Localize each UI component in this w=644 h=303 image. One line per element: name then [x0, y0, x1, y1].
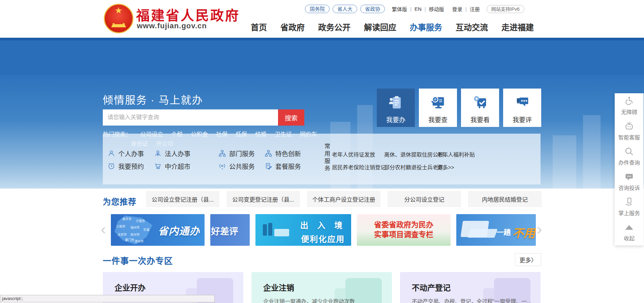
tile-i-want-to-do[interactable]: 我要办 — [377, 89, 415, 127]
emblem-gate-icon — [111, 22, 126, 27]
services-panel: 个人办事 法人办事 部门服务 特色创新 我要预约 中介超市 — [103, 134, 541, 184]
promo-banner-province-wide[interactable]: 南平市 宁德市 三明市 福州市 平潭 龙岩市 泉州市 厦门市 漳州市 省内通办 — [111, 214, 205, 246]
promo-banner-rating[interactable]: 好差评 — [210, 214, 250, 246]
carousel-next-button[interactable]: › — [537, 219, 542, 239]
separator: | — [410, 6, 411, 12]
common-services-more-link[interactable]: 更多>> — [437, 163, 454, 171]
legal-person-icon — [154, 149, 162, 157]
map-city-label: 三明市 — [116, 224, 125, 229]
tile-i-want-to-view[interactable]: 我要看 — [461, 89, 499, 127]
onething-card-business-cancellation[interactable]: 企业注销 企业注销一窗通办，减少企业跑动次数 — [251, 272, 392, 303]
search-input[interactable] — [103, 109, 278, 126]
recommend-title: 为您推荐 — [103, 195, 136, 207]
service-link-package[interactable]: 套餐服务 — [265, 162, 301, 171]
service-label: 套餐服务 — [275, 162, 301, 171]
service-label: 中介超市 — [165, 162, 190, 171]
search-monitor-icon — [429, 94, 447, 111]
recommend-item[interactable]: 内地居民结婚登记 — [468, 191, 542, 207]
nav-item-home[interactable]: 首页 — [251, 21, 267, 33]
desk-decoration — [274, 229, 289, 236]
main-nav: 首页 省政府 政务公开 解读回应 办事服务 互动交流 走进福建 — [251, 21, 534, 33]
onething-card-real-estate[interactable]: 不动产登记 不动产交易、办税、登记，全过程“一窗受理、一... — [400, 272, 541, 303]
common-service-link[interactable]: 老年人优待证发放 — [332, 150, 375, 158]
gov-link-provincial-cppcc[interactable]: 省政协 — [360, 5, 385, 13]
card-title: 企业开办 — [115, 281, 146, 293]
gov-link-provincial-congress[interactable]: 省人大 — [333, 5, 357, 13]
banner-line: 省委省政府为民办 — [357, 220, 451, 230]
map-city-label: 宁德市 — [136, 219, 145, 223]
carousel-prev-button[interactable]: ‹ — [101, 219, 106, 239]
hero-section: 倾情服务 · 马上就办 搜索 热门搜索： 公司设立 个税 公积金 社保 低保 结… — [0, 75, 644, 189]
one-thing-section-title: 一件事一次办专区 — [103, 254, 173, 266]
site-header: ★ 福建省人民政府 www.fujian.gov.cn 国务院 省人大 省政协 … — [0, 0, 644, 38]
more-button[interactable]: 更多〉 — [515, 253, 541, 266]
robot-icon — [624, 121, 634, 131]
sidebar-item-label: 智能客服 — [618, 133, 640, 141]
package-icon — [265, 162, 272, 170]
nav-item-services[interactable]: 办事服务 — [410, 21, 442, 33]
banner-line: 出 入 境 — [300, 219, 346, 231]
service-link-public[interactable]: 公共服务 — [218, 162, 255, 171]
map-city-label: 泉州市 — [130, 232, 140, 237]
department-icon — [218, 149, 226, 157]
banner-line: 实事项目调查专栏 — [357, 230, 451, 240]
common-service-link[interactable]: 老年人福利补贴 — [437, 150, 475, 158]
sidebar-item-accessibility[interactable]: 无障碍 — [615, 93, 644, 119]
promo-banner-survey[interactable]: 省委省政府为民办 实事项目调查专栏 — [357, 214, 451, 246]
separator: | — [465, 6, 467, 12]
sidebar-item-label: 咨询投诉 — [618, 183, 640, 192]
lang-mobile-link[interactable]: 移动版 — [429, 5, 444, 12]
tile-i-want-to-check[interactable]: 我要查 — [419, 89, 457, 127]
promo-banner-entry-exit[interactable]: 出 入 境 便利化应用 — [255, 214, 351, 246]
hero-slogan: 倾情服务 · 马上就办 — [103, 92, 203, 107]
recommend-item[interactable]: 公司变更登记注册（县... — [226, 191, 300, 207]
register-link[interactable]: 注册 — [470, 5, 480, 12]
service-link-personal[interactable]: 个人办事 — [108, 149, 144, 158]
service-link-department[interactable]: 部门服务 — [218, 149, 255, 158]
promo-banner-one-trip[interactable]: 一趟 不用 — [456, 214, 536, 246]
login-link[interactable]: 登录 — [452, 5, 462, 12]
card-description: 不动产交易、办税、登记，全过程“一窗受理、一... — [412, 297, 531, 303]
tile-i-want-to-rate[interactable]: 我要评 — [503, 89, 541, 127]
service-label: 我要预约 — [118, 162, 144, 171]
sidebar-item-smart-service[interactable]: 智能客服 — [615, 119, 644, 144]
service-link-legal-person[interactable]: 法人办事 — [154, 149, 190, 158]
separator: | — [425, 6, 426, 12]
emblem-star-icon: ★ — [105, 6, 132, 15]
map-city-label: 南平市 — [122, 217, 131, 221]
lang-traditional-link[interactable]: 繁体版 — [392, 5, 407, 12]
sidebar-item-mobile-service[interactable]: 掌上服务 — [615, 194, 644, 220]
sidebar-item-consult-complaint[interactable]: 咨询投诉 — [615, 169, 644, 194]
ipv6-badge: 网站支持IPv6 — [487, 5, 524, 13]
banner-title: 好差评 — [211, 224, 238, 237]
banner-title: 出 入 境 便利化应用 — [300, 219, 346, 244]
lang-en-link[interactable]: EN — [415, 6, 422, 12]
recommend-item[interactable]: 分公司设立登记 — [388, 191, 461, 207]
gov-link-state-council[interactable]: 国务院 — [305, 5, 330, 13]
sidebar-item-case-inquiry[interactable]: 办件查询 — [615, 144, 644, 169]
banner-text-accent: 不用 — [512, 227, 535, 240]
service-label: 个人办事 — [118, 149, 144, 158]
building-decoration — [583, 115, 601, 189]
nav-item-interpretation[interactable]: 解读回应 — [364, 21, 396, 33]
search-button[interactable]: 搜索 — [278, 109, 304, 126]
nav-item-gov-affairs[interactable]: 政务公开 — [318, 21, 350, 33]
action-tiles: 我要办 我要查 — [377, 89, 541, 127]
nav-item-about-fujian[interactable]: 走进福建 — [501, 21, 534, 33]
sidebar-item-label: 办件查询 — [618, 158, 640, 166]
common-service-link[interactable]: 居民养老保险注销登记 — [332, 163, 386, 171]
map-city-label: 龙岩市 — [118, 232, 127, 237]
banner-title: 省内通办 — [158, 223, 200, 238]
tile-label: 我要办 — [386, 115, 405, 124]
sidebar-item-label: 掌上服务 — [618, 209, 640, 217]
recommend-item[interactable]: 公司设立登记注册（县... — [146, 191, 219, 207]
recommend-item[interactable]: 个体工商户设立登记注册 — [307, 191, 380, 207]
sidebar-item-collapse[interactable]: 收起 — [615, 220, 644, 245]
service-link-appointment[interactable]: 我要预约 — [108, 162, 144, 171]
nav-item-provincial-gov[interactable]: 省政府 — [280, 21, 305, 33]
nav-item-interaction[interactable]: 互动交流 — [456, 21, 488, 33]
service-link-agency-market[interactable]: 中介超市 — [154, 162, 190, 171]
map-city-label: 福州市 — [130, 225, 140, 230]
service-link-innovation[interactable]: 特色创新 — [265, 149, 301, 158]
sidebar-item-label: 无障碍 — [621, 108, 637, 116]
